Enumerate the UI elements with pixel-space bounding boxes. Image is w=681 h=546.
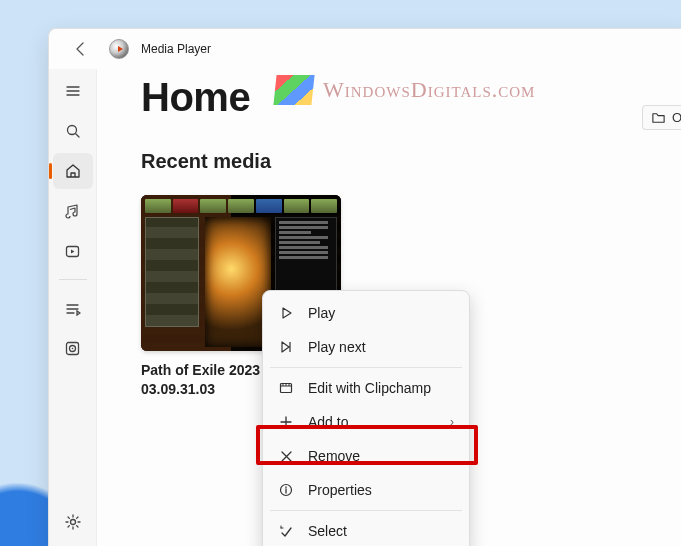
ctx-label: Play next <box>308 339 366 355</box>
sidebar-item-home[interactable] <box>53 153 93 189</box>
music-icon <box>64 203 81 220</box>
disc-icon <box>64 340 81 357</box>
play-next-icon <box>278 339 294 355</box>
home-icon <box>64 162 82 180</box>
section-title-recent: Recent media <box>141 150 681 173</box>
arrow-left-icon <box>73 41 89 57</box>
ctx-label: Add to <box>308 414 348 430</box>
ctx-properties[interactable]: Properties <box>268 473 464 507</box>
ctx-play-next[interactable]: Play next <box>268 330 464 364</box>
ctx-label: Edit with Clipchamp <box>308 380 431 396</box>
video-icon <box>64 243 81 260</box>
ctx-select[interactable]: Select <box>268 514 464 546</box>
search-icon <box>65 123 81 139</box>
svg-point-4 <box>72 347 74 349</box>
chevron-right-icon: › <box>450 415 454 429</box>
ctx-edit-clipchamp[interactable]: Edit with Clipchamp <box>268 371 464 405</box>
play-icon <box>278 305 294 321</box>
ctx-remove[interactable]: Remove <box>268 439 464 473</box>
ctx-label: Select <box>308 523 347 539</box>
sidebar-item-video[interactable] <box>53 233 93 269</box>
ctx-label: Remove <box>308 448 360 464</box>
page-title: Home <box>141 75 681 120</box>
select-icon <box>278 523 294 539</box>
ctx-play[interactable]: Play <box>268 296 464 330</box>
folder-icon <box>651 110 666 125</box>
gear-icon <box>64 513 82 531</box>
clipchamp-icon <box>278 380 294 396</box>
ctx-add-to[interactable]: Add to › <box>268 405 464 439</box>
ctx-label: Properties <box>308 482 372 498</box>
ctx-label: Play <box>308 305 335 321</box>
context-menu: Play Play next Edit with Clipchamp Add t… <box>262 290 470 546</box>
queue-icon <box>64 300 81 317</box>
svg-point-0 <box>67 126 76 135</box>
close-icon <box>278 448 294 464</box>
sidebar-item-music[interactable] <box>53 193 93 229</box>
search-button[interactable] <box>53 113 93 149</box>
svg-point-5 <box>70 520 75 525</box>
menu-icon <box>65 83 81 99</box>
hamburger-button[interactable] <box>53 73 93 109</box>
sidebar <box>49 69 97 546</box>
info-icon <box>278 482 294 498</box>
app-title: Media Player <box>141 42 211 56</box>
open-folder-button[interactable]: O <box>642 105 681 130</box>
open-folder-label: O <box>672 110 681 125</box>
app-icon <box>109 39 129 59</box>
back-button[interactable] <box>65 33 97 65</box>
sidebar-item-queue[interactable] <box>53 290 93 326</box>
plus-icon <box>278 414 294 430</box>
sidebar-item-playlists[interactable] <box>53 330 93 366</box>
titlebar: Media Player <box>49 29 681 69</box>
settings-button[interactable] <box>53 504 93 540</box>
